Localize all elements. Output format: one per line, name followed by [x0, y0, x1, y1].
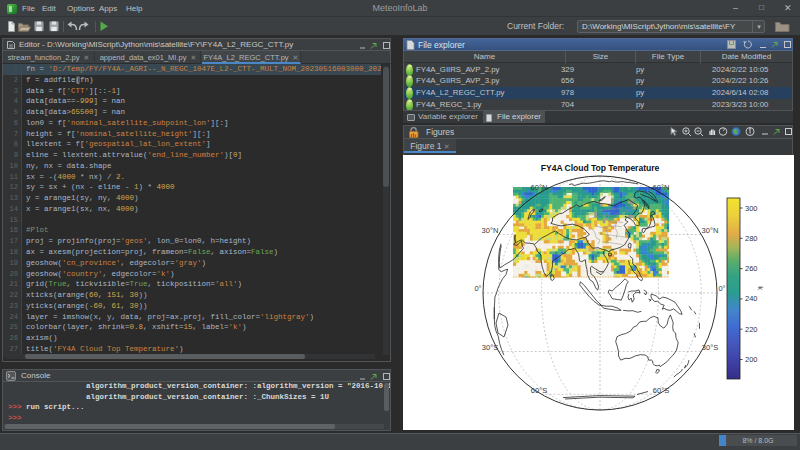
svg-text:260: 260 — [745, 264, 758, 273]
svg-text:60°S: 60°S — [653, 386, 669, 395]
svg-text:220: 220 — [745, 325, 758, 334]
svg-text:0°: 0° — [718, 284, 725, 293]
svg-text:60°N: 60°N — [531, 183, 548, 192]
svg-text:300: 300 — [745, 204, 758, 213]
svg-text:FY4A Cloud Top Temperature: FY4A Cloud Top Temperature — [541, 163, 660, 173]
svg-text:240: 240 — [745, 294, 758, 303]
svg-text:60°S: 60°S — [531, 386, 547, 395]
svg-text:30°S: 30°S — [482, 343, 498, 352]
svg-text:0°: 0° — [474, 284, 481, 293]
svg-text:30°N: 30°N — [702, 226, 719, 235]
svg-text:30°S: 30°S — [702, 343, 718, 352]
svg-text:200: 200 — [745, 355, 758, 364]
svg-text:60°N: 60°N — [653, 183, 670, 192]
svg-text:30°N: 30°N — [482, 226, 499, 235]
svg-text:k: k — [756, 286, 765, 290]
svg-text:280: 280 — [745, 234, 758, 243]
